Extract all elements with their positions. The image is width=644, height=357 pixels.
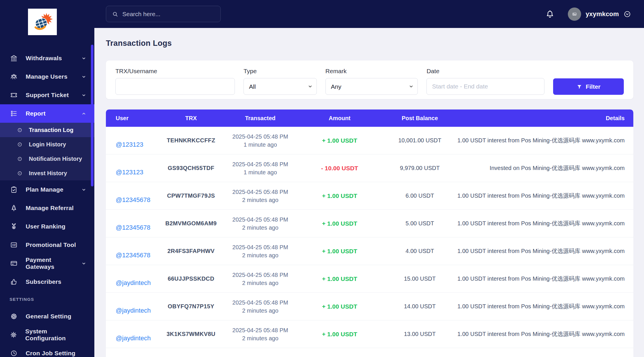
global-search[interactable] bbox=[106, 6, 221, 22]
trx-code: TEHNKRKCCFFZ bbox=[155, 137, 227, 144]
sidebar-menu: WithdrawalsManage UsersSupport TicketRep… bbox=[0, 49, 94, 357]
transacted-ago: 2 minutes ago bbox=[227, 196, 293, 204]
sidebar-item-label: Notification History bbox=[29, 156, 82, 162]
user-link[interactable]: @jaydintech bbox=[116, 335, 151, 342]
table-row: @123123GS93QCH55TDF2025-04-25 05:48 PM1 … bbox=[106, 154, 633, 182]
chevron-down-icon bbox=[81, 261, 86, 266]
trx-code: CPW7TMGF79JS bbox=[155, 192, 227, 199]
filter-button[interactable]: Filter bbox=[553, 78, 624, 95]
sidebar-item-label: User Ranking bbox=[26, 223, 65, 230]
dot-circle-icon bbox=[16, 171, 23, 176]
transacted-date: 2025-04-25 05:48 PM bbox=[227, 216, 293, 224]
main-area: yxymkcom Transaction Logs TRX/Username T… bbox=[94, 0, 644, 357]
user-link[interactable]: @jaydintech bbox=[116, 279, 151, 286]
user-link[interactable]: @12345678 bbox=[116, 224, 150, 231]
trx-code: 3K1KS7WMKV8U bbox=[155, 331, 227, 337]
sidebar-item-payment-gateways[interactable]: Payment Gateways bbox=[0, 254, 94, 273]
gear-icon bbox=[10, 331, 18, 339]
date-range-input[interactable] bbox=[426, 78, 544, 95]
user-link[interactable]: @123123 bbox=[116, 169, 143, 176]
table-row: @12345678CPW7TMGF79JS2025-04-25 05:48 PM… bbox=[106, 182, 633, 210]
chevron-up-icon bbox=[81, 111, 86, 116]
table-row: @jaydintechOBYFQ7N7P15Y2025-04-25 05:48 … bbox=[106, 293, 633, 320]
transacted-time: 2025-04-25 05:48 PM2 minutes ago bbox=[227, 243, 293, 259]
report-list-icon bbox=[10, 110, 18, 117]
sidebar-item-system-configuration[interactable]: System Configuration bbox=[0, 326, 94, 344]
page-title: Transaction Logs bbox=[106, 39, 633, 48]
type-select[interactable]: All bbox=[244, 78, 317, 95]
transacted-date: 2025-04-25 05:48 PM bbox=[227, 326, 293, 334]
table-row: @123123TEHNKRKCCFFZ2025-04-25 05:48 PM1 … bbox=[106, 127, 633, 154]
transacted-ago: 1 minute ago bbox=[227, 141, 293, 149]
details-text: 1.00 USDT interest from Pos Mining-优选源码库… bbox=[454, 330, 633, 338]
details-text: 1.00 USDT interest from Pos Mining-优选源码库… bbox=[454, 137, 633, 144]
sidebar-item-plan-manage[interactable]: Plan Manage bbox=[0, 180, 94, 199]
sidebar-item-subscribers[interactable]: Subscribers bbox=[0, 273, 94, 291]
sidebar-item-label: General Setting bbox=[26, 313, 71, 320]
post-balance-value: 14.00 USDT bbox=[386, 303, 454, 310]
transacted-time: 2025-04-25 05:48 PM2 minutes ago bbox=[227, 188, 293, 204]
transacted-ago: 2 minutes ago bbox=[227, 251, 293, 259]
sidebar-item-withdrawals[interactable]: Withdrawals bbox=[0, 49, 94, 67]
trx-code: 2R4FS3FAPHWV bbox=[155, 248, 227, 254]
trx-code: B2MVMGOM6AM9 bbox=[155, 220, 227, 227]
sidebar-item-cron-job-setting[interactable]: Cron Job Setting bbox=[0, 344, 94, 357]
sidebar-item-label: Support Ticket bbox=[26, 92, 69, 99]
table-row: @12345678B2MVMGOM6AM92025-04-25 05:48 PM… bbox=[106, 210, 633, 237]
sidebar-subitem-notification-history[interactable]: Notification History bbox=[0, 152, 94, 166]
bank-icon bbox=[10, 54, 18, 62]
details-text: Invested on Pos Mining-优选源码库 www.yxymk.c… bbox=[454, 164, 633, 172]
sidebar-subitem-invest-history[interactable]: Invest History bbox=[0, 166, 94, 180]
amount-value: + 1.00 USDT bbox=[293, 275, 386, 282]
notification-bell-icon[interactable] bbox=[545, 10, 555, 19]
sidebar-item-label: Manage Referral bbox=[26, 205, 74, 211]
sidebar-submenu: Transaction LogLogin HistoryNotification… bbox=[0, 123, 94, 180]
sidebar-item-general-setting[interactable]: General Setting bbox=[0, 307, 94, 326]
user-menu[interactable]: yxymkcom bbox=[568, 7, 631, 21]
column-header-trx: TRX bbox=[155, 115, 227, 122]
transacted-ago: 2 minutes ago bbox=[227, 307, 293, 315]
transacted-time: 2025-04-25 05:48 PM1 minute ago bbox=[227, 133, 293, 149]
image-placeholder-icon bbox=[571, 11, 578, 17]
sidebar-subitem-transaction-log[interactable]: Transaction Log bbox=[0, 123, 94, 137]
user-link[interactable]: @jaydintech bbox=[116, 307, 151, 314]
column-header-details: Details bbox=[454, 115, 633, 122]
sidebar-item-manage-referral[interactable]: Manage Referral bbox=[0, 199, 94, 217]
credit-card-icon bbox=[10, 260, 18, 267]
column-header-user: User bbox=[106, 115, 155, 122]
transacted-ago: 1 minute ago bbox=[227, 168, 293, 176]
type-label: Type bbox=[244, 68, 317, 74]
brand-logo[interactable] bbox=[28, 9, 57, 35]
solar-logo-icon bbox=[32, 12, 53, 31]
sidebar-item-promotional-tool[interactable]: AdPromotional Tool bbox=[0, 236, 94, 254]
user-link[interactable]: @123123 bbox=[116, 141, 143, 148]
post-balance-value: 15.00 USDT bbox=[386, 275, 454, 282]
sidebar-item-user-ranking[interactable]: User Ranking bbox=[0, 217, 94, 236]
sidebar-item-label: Login History bbox=[29, 141, 66, 148]
transacted-time: 2025-04-25 05:48 PM1 minute ago bbox=[227, 160, 293, 176]
trx-code: OBYFQ7N7P15Y bbox=[155, 303, 227, 310]
dot-circle-icon bbox=[16, 156, 23, 162]
sidebar-scrollbar-thumb[interactable] bbox=[91, 45, 93, 186]
sidebar-subitem-login-history[interactable]: Login History bbox=[0, 137, 94, 152]
sidebar-item-support-ticket[interactable]: Support Ticket bbox=[0, 86, 94, 104]
trx-username-input[interactable] bbox=[115, 78, 235, 95]
sidebar-item-manage-users[interactable]: Manage Users bbox=[0, 67, 94, 86]
amount-value: + 1.00 USDT bbox=[293, 137, 386, 144]
username-label: yxymkcom bbox=[586, 10, 619, 18]
details-text: 1.00 USDT interest from Pos Mining-优选源码库… bbox=[454, 275, 633, 283]
transacted-ago: 2 minutes ago bbox=[227, 224, 293, 232]
wheel-icon bbox=[10, 313, 18, 320]
topbar: yxymkcom bbox=[94, 0, 644, 28]
sidebar-item-label: System Configuration bbox=[25, 328, 86, 342]
transacted-time: 2025-04-25 05:48 PM2 minutes ago bbox=[227, 299, 293, 315]
avatar bbox=[568, 7, 581, 21]
transacted-time: 2025-04-25 05:48 PM2 minutes ago bbox=[227, 271, 293, 287]
user-link[interactable]: @12345678 bbox=[116, 196, 150, 203]
remark-select[interactable]: Any bbox=[325, 78, 418, 95]
search-input[interactable] bbox=[122, 11, 215, 18]
sidebar: WithdrawalsManage UsersSupport TicketRep… bbox=[0, 0, 94, 357]
amount-value: + 1.00 USDT bbox=[293, 192, 386, 199]
sidebar-item-report[interactable]: Report bbox=[0, 104, 94, 123]
user-link[interactable]: @12345678 bbox=[116, 252, 150, 259]
